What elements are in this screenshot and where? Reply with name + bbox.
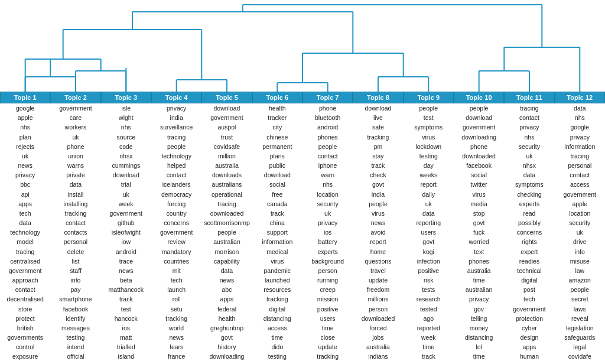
topic-word: person — [353, 304, 403, 314]
topic-words-8: downloadlivesafetrackingpmstaytrackcheck… — [353, 103, 403, 364]
topic-word: questions — [353, 256, 403, 266]
topic-word: digital — [504, 275, 554, 285]
topic-col-1: Topic 1googleapplenhsplanrejectsuknewspr… — [0, 92, 50, 364]
topic-word: apps — [504, 342, 554, 352]
topic-word: history — [201, 342, 252, 352]
topic-word: island — [101, 352, 151, 361]
topic-word: tracing — [201, 199, 252, 209]
topic-word: countries — [151, 256, 201, 266]
topic-word: governments — [0, 333, 50, 342]
topic-word: infection — [404, 256, 454, 266]
topic-word: testing — [404, 151, 454, 161]
topic-col-4: Topic 4privacyindiasurveillancetracingpe… — [151, 92, 201, 364]
topic-word: australia — [201, 161, 252, 170]
topic-word: uk — [101, 190, 151, 199]
topic-word: tech — [504, 294, 554, 304]
topic-word: downloading — [454, 132, 504, 142]
topic-word: running — [302, 275, 353, 285]
topic-word: positive — [404, 266, 454, 275]
topic-word: union — [50, 151, 100, 161]
topic-word: research — [404, 294, 454, 304]
topic-word: setu — [151, 304, 201, 314]
topic-word: laws — [555, 304, 605, 314]
topic-words-1: googleapplenhsplanrejectsuknewsprivacybb… — [0, 103, 50, 364]
topic-word: list — [50, 256, 100, 266]
topic-words-4: privacyindiasurveillancetracingpeopletec… — [151, 103, 201, 364]
topic-word: users — [404, 228, 454, 237]
topic-word: info — [555, 247, 605, 256]
topic-word: battery — [302, 237, 353, 246]
topic-word: kogi — [404, 247, 454, 256]
topic-word: location — [302, 190, 353, 199]
topic-col-10: Topic 10peopledownloadgovernmentdownload… — [454, 92, 504, 364]
topic-word: govt — [353, 180, 403, 189]
topic-word: expert — [504, 247, 554, 256]
topic-word: amazon — [555, 275, 605, 285]
topic-word: public — [252, 161, 302, 170]
topic-word: contact — [555, 170, 605, 180]
topic-word: virus — [252, 256, 302, 266]
topic-word: tracking — [302, 352, 353, 361]
topic-word: apps — [0, 199, 50, 209]
topic-word: ncsc — [504, 362, 554, 364]
topic-word: virus — [454, 190, 504, 199]
topic-word: possibly — [504, 218, 554, 228]
dendrogram: .dend { fill: none; stroke: #2196c4; str… — [0, 0, 605, 92]
topic-word: misuse — [555, 256, 605, 266]
topic-word: pandemic — [252, 266, 302, 275]
topic-word: cummings — [101, 161, 151, 170]
topic-word: access — [252, 323, 302, 333]
topic-word: ios — [302, 228, 353, 237]
topic-word: review — [151, 237, 201, 246]
topic-word: icelanders — [151, 180, 201, 189]
topic-header-4: Topic 4 — [151, 92, 201, 103]
topic-word: tech — [0, 209, 50, 218]
topic-word: country — [151, 209, 201, 218]
topic-word: checking — [504, 190, 554, 199]
topic-word: news — [0, 161, 50, 170]
topic-word: week — [404, 333, 454, 342]
topic-word: data — [555, 103, 605, 113]
topic-word: capability — [201, 256, 252, 266]
topic-word: uk — [50, 132, 100, 142]
topic-word: china — [252, 218, 302, 228]
topic-word: phone — [50, 142, 100, 151]
topic-word: uk — [555, 228, 605, 237]
topic-word: news — [201, 275, 252, 285]
topic-word: uk — [0, 151, 50, 161]
topic-word: tracing — [504, 103, 554, 113]
topic-word: matt — [101, 333, 151, 342]
topic-word: news — [353, 218, 403, 228]
topic-word: forced — [353, 323, 403, 333]
topic-word: distancing — [252, 314, 302, 323]
topic-word: ios — [101, 323, 151, 333]
topic-header-6: Topic 6 — [252, 92, 302, 103]
topic-word: warn — [302, 170, 353, 180]
topic-word: contact — [50, 218, 100, 228]
topic-word: installing — [50, 199, 100, 209]
topic-word: tests — [404, 285, 454, 294]
topic-word: iow — [101, 237, 151, 246]
topic-words-11: tracingcontactprivacynhssecurityuknhsxda… — [504, 103, 554, 364]
topic-word: safeguards — [555, 333, 605, 342]
topic-word: security — [555, 218, 605, 228]
topic-word: downloaded — [454, 151, 504, 161]
topic-word: aarogya — [151, 362, 201, 364]
topic-col-2: Topic 2governmentcareworkersukphoneunion… — [50, 92, 100, 364]
topic-word: free — [252, 190, 302, 199]
topic-word: worried — [454, 237, 504, 246]
topic-word: human — [504, 352, 554, 361]
topic-word: time — [302, 323, 353, 333]
topic-word: tracking — [252, 294, 302, 304]
topic-word: dido — [252, 342, 302, 352]
topic-word: govt — [201, 333, 252, 342]
topic-word: drive — [555, 237, 605, 246]
topic-word: track — [50, 362, 100, 364]
topic-word: contact — [0, 285, 50, 294]
topic-word: day — [404, 161, 454, 170]
topic-word: covidsafe — [201, 142, 252, 151]
topic-word: github — [101, 218, 151, 228]
topic-word: personal — [50, 237, 100, 246]
topic-word: experts — [302, 247, 353, 256]
topic-word: uk — [302, 209, 353, 218]
